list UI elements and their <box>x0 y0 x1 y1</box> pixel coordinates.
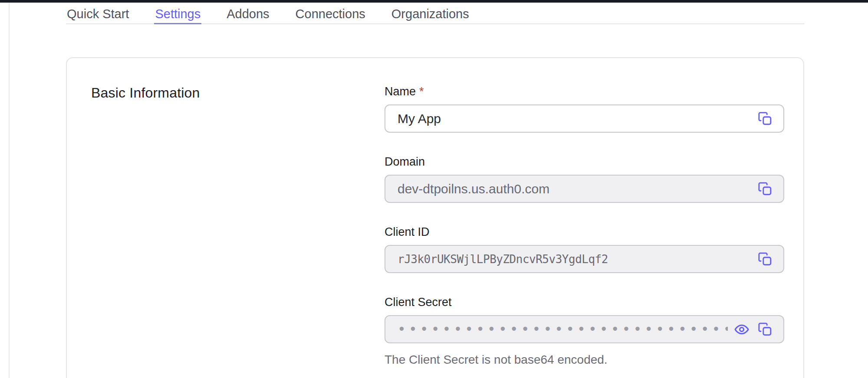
name-input[interactable]: My App <box>385 104 784 133</box>
domain-input-value: dev-dtpoilns.us.auth0.com <box>398 182 751 196</box>
reveal-client-secret-button[interactable] <box>732 320 751 339</box>
client-secret-field-group: Client Secret ••••••••••••••••••••••••••… <box>385 296 784 367</box>
domain-input: dev-dtpoilns.us.auth0.com <box>385 175 784 203</box>
domain-label-text: Domain <box>385 155 425 169</box>
basic-information-card: Basic Information Name * My App D <box>66 57 804 378</box>
tab-addons[interactable]: Addons <box>226 3 270 24</box>
copy-domain-button[interactable] <box>756 179 775 199</box>
application-tabs: Quick Start Settings Addons Connections … <box>66 3 804 24</box>
section-title: Basic Information <box>91 85 385 101</box>
domain-label: Domain <box>385 155 784 169</box>
tab-settings[interactable]: Settings <box>154 3 201 24</box>
copy-icon <box>758 322 773 337</box>
client-secret-masked-value: ••••••••••••••••••••••••••••••••••••••••… <box>398 315 728 343</box>
tab-quick-start[interactable]: Quick Start <box>66 3 130 24</box>
left-page-divider <box>9 3 10 378</box>
client-id-label-text: Client ID <box>385 225 430 239</box>
client-id-label: Client ID <box>385 225 784 239</box>
copy-client-id-button[interactable] <box>756 250 775 269</box>
name-label-text: Name <box>385 85 416 98</box>
name-input-value: My App <box>398 111 751 126</box>
client-id-input: rJ3k0rUKSWjlLPByZDncvR5v3YgdLqf2 <box>385 245 784 273</box>
name-field-group: Name * My App <box>385 85 784 133</box>
required-asterisk: * <box>419 85 424 98</box>
copy-icon <box>758 111 773 126</box>
client-id-field-group: Client ID rJ3k0rUKSWjlLPByZDncvR5v3YgdLq… <box>385 225 784 273</box>
card-form-column: Name * My App Domain dev-dtpoilns.us.aut… <box>385 85 784 378</box>
reveal-eye-icon <box>734 322 750 337</box>
client-secret-label: Client Secret <box>385 296 784 309</box>
tab-organizations[interactable]: Organizations <box>391 3 470 24</box>
card-left-column: Basic Information <box>91 85 385 378</box>
client-secret-input: ••••••••••••••••••••••••••••••••••••••••… <box>385 315 784 343</box>
copy-icon <box>758 182 773 196</box>
client-id-input-value: rJ3k0rUKSWjlLPByZDncvR5v3YgdLqf2 <box>398 253 751 266</box>
copy-icon <box>758 252 773 267</box>
name-label: Name * <box>385 85 784 98</box>
client-secret-helper-text: The Client Secret is not base64 encoded. <box>385 353 784 367</box>
tab-connections[interactable]: Connections <box>295 3 366 24</box>
copy-client-secret-button[interactable] <box>756 320 775 339</box>
client-secret-label-text: Client Secret <box>385 296 452 309</box>
domain-field-group: Domain dev-dtpoilns.us.auth0.com <box>385 155 784 203</box>
copy-name-button[interactable] <box>756 109 775 128</box>
